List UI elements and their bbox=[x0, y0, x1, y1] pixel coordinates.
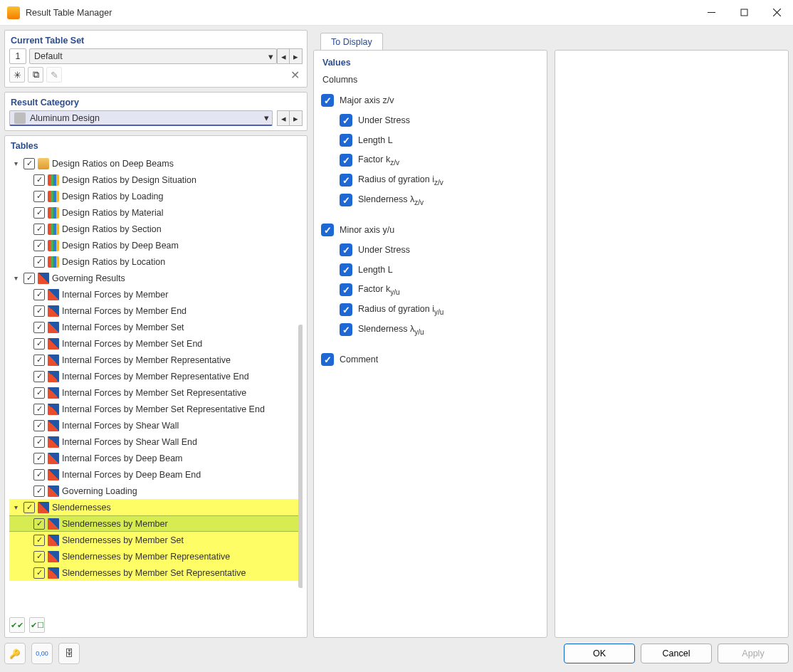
table-set-prev-button[interactable]: ◂ bbox=[277, 48, 290, 64]
checkbox[interactable] bbox=[33, 551, 45, 562]
checkbox[interactable] bbox=[33, 436, 45, 448]
column-checkbox-row[interactable]: Radius of gyration iy/u bbox=[321, 300, 540, 320]
tree-item[interactable]: Slendernesses by Member Set Representati… bbox=[9, 565, 303, 581]
new-set-button[interactable]: ✳ bbox=[9, 67, 25, 83]
column-checkbox-row[interactable]: Major axis z/v bbox=[321, 90, 540, 110]
tree-item[interactable]: Slendernesses by Member bbox=[9, 515, 303, 532]
checkbox[interactable] bbox=[33, 518, 45, 530]
column-checkbox-row[interactable]: Length L bbox=[321, 260, 540, 280]
tree-group[interactable]: ▾Design Ratios on Deep Beams bbox=[9, 155, 303, 172]
checkbox[interactable] bbox=[321, 353, 334, 366]
check-all-button[interactable]: ✔✔ bbox=[9, 617, 25, 633]
column-checkbox-row[interactable]: Comment bbox=[321, 350, 540, 369]
checkbox[interactable] bbox=[33, 289, 45, 300]
checkbox[interactable] bbox=[340, 323, 352, 336]
category-prev-button[interactable]: ◂ bbox=[277, 110, 290, 126]
copy-set-button[interactable]: ⧉ bbox=[28, 67, 43, 83]
tree-group[interactable]: ▾Governing Results bbox=[9, 270, 303, 286]
tree-item[interactable]: Internal Forces by Deep Beam End bbox=[9, 466, 303, 483]
cancel-button[interactable]: Cancel bbox=[641, 644, 712, 663]
tree-item[interactable]: Slendernesses by Member Set bbox=[9, 532, 303, 548]
tree-item[interactable]: Internal Forces by Member Set Representa… bbox=[9, 384, 303, 401]
column-checkbox-row[interactable]: Minor axis y/u bbox=[321, 220, 540, 240]
checkbox[interactable] bbox=[340, 134, 352, 147]
table-set-next-button[interactable]: ▸ bbox=[290, 48, 303, 64]
ok-button[interactable]: OK bbox=[564, 644, 635, 663]
minimize-button[interactable] bbox=[695, 1, 728, 24]
checkbox[interactable] bbox=[33, 453, 45, 464]
tree-item[interactable]: Internal Forces by Member Set bbox=[9, 319, 303, 335]
tree-item[interactable]: Internal Forces by Member Set End bbox=[9, 335, 303, 352]
maximize-button[interactable] bbox=[728, 1, 760, 24]
units-button[interactable]: 0,00 bbox=[31, 643, 53, 664]
checkbox[interactable] bbox=[23, 502, 35, 513]
column-checkbox-row[interactable]: Factor ky/u bbox=[321, 280, 540, 300]
tree-item[interactable]: Internal Forces by Member End bbox=[9, 303, 303, 319]
checkbox[interactable] bbox=[33, 535, 45, 546]
checkbox[interactable] bbox=[33, 404, 45, 415]
tree-item[interactable]: Internal Forces by Shear Wall bbox=[9, 417, 303, 434]
column-checkbox-row[interactable]: Factor kz/v bbox=[321, 150, 540, 170]
checkbox[interactable] bbox=[33, 567, 45, 579]
column-checkbox-row[interactable]: Under Stress bbox=[321, 110, 540, 130]
checkbox[interactable] bbox=[33, 240, 45, 251]
checkbox[interactable] bbox=[340, 174, 352, 187]
tree-item[interactable]: Internal Forces by Shear Wall End bbox=[9, 434, 303, 450]
checkbox[interactable] bbox=[33, 224, 45, 235]
column-checkbox-row[interactable]: Radius of gyration iz/v bbox=[321, 170, 540, 190]
checkbox[interactable] bbox=[33, 207, 45, 219]
column-checkbox-row[interactable]: Under Stress bbox=[321, 240, 540, 260]
checkbox[interactable] bbox=[340, 303, 352, 316]
checkbox[interactable] bbox=[340, 283, 352, 296]
checkbox[interactable] bbox=[33, 174, 45, 186]
tab-to-display[interactable]: To Display bbox=[320, 33, 383, 51]
checkbox[interactable] bbox=[340, 194, 352, 206]
checkbox[interactable] bbox=[23, 158, 35, 169]
checkbox[interactable] bbox=[321, 224, 334, 236]
tree-item[interactable]: Design Ratios by Design Situation bbox=[9, 172, 303, 188]
checkbox[interactable] bbox=[33, 355, 45, 366]
checkbox[interactable] bbox=[33, 338, 45, 350]
checkbox[interactable] bbox=[321, 94, 334, 107]
tree-item[interactable]: Internal Forces by Member Representative bbox=[9, 352, 303, 368]
checkbox[interactable] bbox=[340, 263, 352, 276]
tree-item[interactable]: Slendernesses by Member Representative bbox=[9, 548, 303, 565]
tree-item[interactable]: Internal Forces by Member Set Representa… bbox=[9, 401, 303, 417]
column-checkbox-row[interactable]: Slenderness λz/v bbox=[321, 190, 540, 210]
tree-item[interactable]: Internal Forces by Member Representative… bbox=[9, 368, 303, 384]
category-dropdown[interactable]: Aluminum Design ▾ bbox=[9, 110, 273, 126]
checkbox[interactable] bbox=[33, 191, 45, 202]
checkbox[interactable] bbox=[33, 256, 45, 268]
checkbox[interactable] bbox=[23, 273, 35, 284]
checkbox[interactable] bbox=[340, 243, 352, 256]
checkbox[interactable] bbox=[33, 322, 45, 333]
column-checkbox-row[interactable]: Length L bbox=[321, 130, 540, 150]
tree-item[interactable]: Design Ratios by Deep Beam bbox=[9, 237, 303, 253]
checkbox[interactable] bbox=[33, 420, 45, 431]
tree-item[interactable]: Design Ratios by Location bbox=[9, 253, 303, 270]
checkbox[interactable] bbox=[33, 305, 45, 317]
tree-item[interactable]: Internal Forces by Deep Beam bbox=[9, 450, 303, 466]
apply-button[interactable]: Apply bbox=[718, 644, 789, 663]
checkbox[interactable] bbox=[33, 469, 45, 481]
checkbox[interactable] bbox=[33, 485, 45, 497]
checkbox[interactable] bbox=[340, 114, 352, 127]
tree-item[interactable]: Governing Loading bbox=[9, 483, 303, 499]
checkbox[interactable] bbox=[33, 387, 45, 399]
tree-item[interactable]: Internal Forces by Member bbox=[9, 286, 303, 303]
tables-tree[interactable]: ▾Design Ratios on Deep BeamsDesign Ratio… bbox=[9, 154, 303, 614]
tree-group[interactable]: ▾Slendernesses bbox=[9, 499, 303, 515]
category-next-button[interactable]: ▸ bbox=[290, 110, 303, 126]
tree-item[interactable]: Design Ratios by Section bbox=[9, 221, 303, 237]
column-checkbox-row[interactable]: Slenderness λy/u bbox=[321, 320, 540, 340]
checkbox[interactable] bbox=[340, 154, 352, 167]
delete-set-button[interactable]: ✕ bbox=[287, 67, 303, 83]
scrollbar-thumb[interactable] bbox=[298, 325, 303, 588]
close-window-button[interactable] bbox=[760, 1, 793, 24]
tree-item[interactable]: Design Ratios by Loading bbox=[9, 188, 303, 204]
table-set-dropdown[interactable]: Default ▾ bbox=[29, 48, 277, 64]
uncheck-all-button[interactable]: ✔☐ bbox=[29, 617, 45, 633]
tree-item[interactable]: Design Ratios by Material bbox=[9, 204, 303, 221]
help-button[interactable]: 🔑 bbox=[4, 643, 26, 664]
checkbox[interactable] bbox=[33, 371, 45, 382]
